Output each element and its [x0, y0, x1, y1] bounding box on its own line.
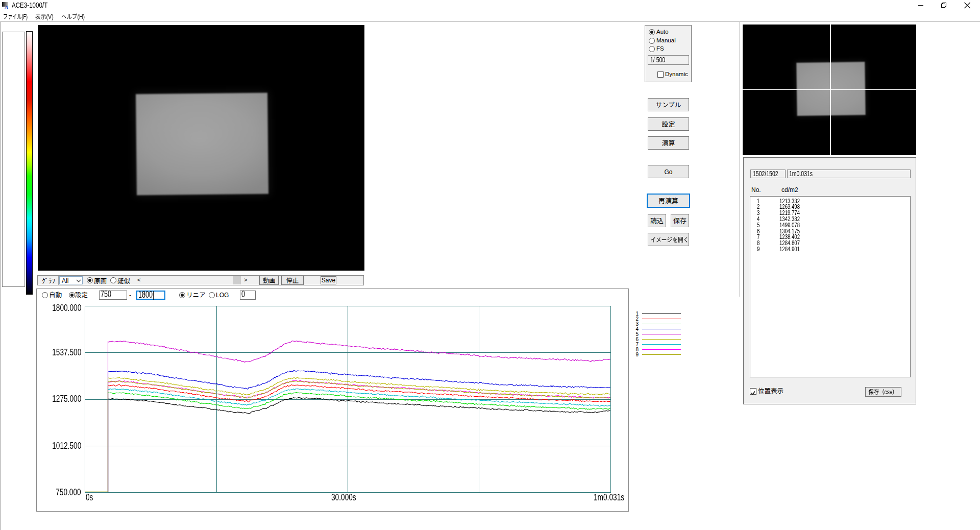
svg-text:A: A — [4, 4, 8, 10]
svg-text:9: 9 — [635, 352, 639, 357]
